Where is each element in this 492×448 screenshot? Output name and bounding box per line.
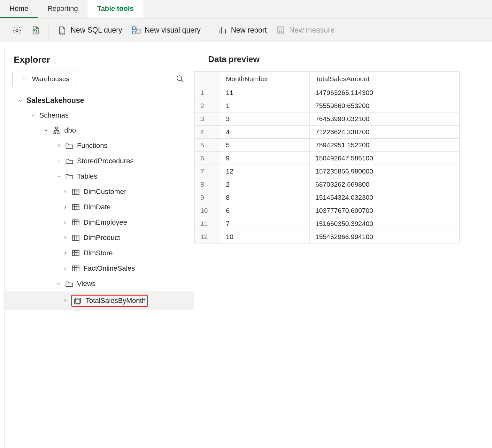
row-number-cell[interactable]: 9	[195, 191, 220, 204]
row-number-cell[interactable]: 4	[195, 126, 220, 139]
chevron-down-icon	[55, 174, 62, 179]
new-visual-query-button[interactable]: New visual query	[127, 24, 205, 37]
new-report-button[interactable]: New report	[213, 24, 271, 37]
add-warehouses-label: Warehouses	[32, 75, 69, 83]
tab-reporting[interactable]: Reporting	[38, 0, 88, 18]
cell-monthnumber[interactable]: 12	[220, 165, 310, 178]
cell-monthnumber[interactable]: 4	[220, 126, 310, 139]
tree-node-dimcustomer[interactable]: DimCustomer	[5, 184, 194, 199]
refresh-button[interactable]	[26, 24, 45, 37]
add-warehouses-button[interactable]: Warehouses	[12, 71, 76, 87]
row-number-cell[interactable]: 11	[195, 217, 220, 230]
tree-node-storedprocedures[interactable]: StoredProcedures	[5, 153, 194, 169]
tree-node-dimstore[interactable]: DimStore	[5, 245, 194, 261]
tree-node-saleslakehouse[interactable]: SalesLakehouse	[5, 93, 194, 108]
tree-label: DimStore	[83, 249, 113, 257]
cell-monthnumber[interactable]: 1	[220, 99, 310, 112]
toolbar: SQL New SQL query New visual query New r…	[0, 19, 492, 42]
row-number-cell[interactable]: 5	[195, 139, 220, 152]
new-sql-query-button[interactable]: SQL New SQL query	[53, 24, 127, 37]
tree-node-dimproduct[interactable]: DimProduct	[5, 230, 194, 245]
cell-monthnumber[interactable]: 9	[220, 152, 310, 165]
row-number-cell[interactable]: 1	[195, 86, 220, 99]
cell-monthnumber[interactable]: 8	[220, 191, 310, 204]
tree-label: FactOnlineSales	[83, 264, 135, 273]
table-row[interactable]: 1210155452966.994100	[195, 230, 460, 243]
row-number-cell[interactable]: 10	[195, 204, 220, 217]
chevron-right-icon	[61, 220, 68, 225]
cell-monthnumber[interactable]: 11	[220, 86, 310, 99]
cell-totalsalesamount[interactable]: 151660350.392400	[310, 217, 460, 230]
table-icon	[71, 218, 80, 227]
cell-totalsalesamount[interactable]: 75942951.152200	[310, 139, 460, 152]
cell-totalsalesamount[interactable]: 71226624.338700	[310, 126, 460, 139]
svg-point-10	[281, 32, 282, 33]
search-button[interactable]	[174, 73, 186, 85]
svg-point-0	[16, 29, 18, 32]
annotation-highlight: TotalSalesByMonth	[71, 295, 148, 307]
folder-icon	[65, 157, 74, 166]
tree-label: DimCustomer	[83, 188, 126, 196]
row-number-cell[interactable]: 12	[195, 230, 220, 243]
column-header-monthnumber[interactable]: MonthNumber	[220, 72, 310, 86]
cell-monthnumber[interactable]: 10	[220, 230, 310, 243]
plus-icon	[19, 74, 29, 84]
cell-totalsalesamount[interactable]: 157235856.980000	[310, 165, 460, 178]
settings-button[interactable]	[8, 24, 26, 37]
folder-icon	[65, 141, 74, 150]
cell-totalsalesamount[interactable]: 155452966.994100	[310, 230, 460, 243]
cell-totalsalesamount[interactable]: 147963265.114300	[310, 86, 460, 99]
tree-node-dimemployee[interactable]: DimEmployee	[5, 215, 194, 230]
tab-home[interactable]: Home	[0, 0, 38, 18]
cell-monthnumber[interactable]: 6	[220, 204, 310, 217]
table-row[interactable]: 712157235856.980000	[195, 165, 460, 178]
cell-monthnumber[interactable]: 2	[220, 178, 310, 191]
cell-monthnumber[interactable]: 7	[220, 217, 310, 230]
tree-node-factonlinesales[interactable]: FactOnlineSales	[5, 261, 194, 276]
row-number-cell[interactable]: 2	[195, 99, 220, 112]
explorer-panel: Explorer Warehouses SalesLakehouse	[4, 47, 194, 448]
table-row[interactable]: 111147963265.114300	[195, 86, 460, 99]
row-number-header[interactable]	[195, 72, 220, 86]
chevron-right-icon	[61, 298, 68, 304]
table-row[interactable]: 98151454324.032300	[195, 191, 460, 204]
tree-node-dbo[interactable]: dbo	[5, 123, 194, 138]
cell-totalsalesamount[interactable]: 150492647.586100	[310, 152, 460, 165]
svg-rect-3	[132, 31, 135, 34]
table-row[interactable]: 4471226624.338700	[195, 126, 460, 139]
row-number-cell[interactable]: 7	[195, 165, 220, 178]
row-number-cell[interactable]: 8	[195, 178, 220, 191]
cell-monthnumber[interactable]: 5	[220, 139, 310, 152]
cell-totalsalesamount[interactable]: 151454324.032300	[310, 191, 460, 204]
table-row[interactable]: 69150492647.586100	[195, 152, 460, 165]
tree-label: Views	[77, 280, 96, 288]
cell-totalsalesamount[interactable]: 68703262.669800	[310, 178, 460, 191]
row-number-cell[interactable]: 3	[195, 112, 220, 126]
cell-totalsalesamount[interactable]: 76453990.032100	[310, 112, 460, 126]
table-row[interactable]: 3376453990.032100	[195, 112, 460, 126]
cell-monthnumber[interactable]: 3	[220, 112, 310, 126]
table-icon	[71, 264, 80, 273]
cell-totalsalesamount[interactable]: 103777670.600700	[310, 204, 460, 217]
table-row[interactable]: 2175559860.653200	[195, 99, 460, 112]
row-number-cell[interactable]: 6	[195, 152, 220, 165]
tree-label: Functions	[77, 142, 107, 150]
tree-node-totalsalesbymonth[interactable]: TotalSalesByMonth	[5, 291, 194, 310]
table-row[interactable]: 5575942951.152200	[195, 139, 460, 152]
tree-node-views[interactable]: Views	[5, 276, 194, 291]
svg-rect-14	[58, 132, 60, 134]
table-row[interactable]: 117151660350.392400	[195, 217, 460, 230]
folder-icon	[65, 279, 74, 288]
cell-totalsalesamount[interactable]: 75559860.653200	[310, 99, 460, 112]
tree-node-functions[interactable]: Functions	[5, 138, 194, 153]
gear-icon	[12, 26, 22, 35]
svg-rect-16	[73, 205, 79, 210]
column-header-totalsalesamount[interactable]: TotalSalesAmount	[310, 72, 460, 86]
tree-node-tables[interactable]: Tables	[5, 169, 194, 184]
chevron-right-icon	[61, 189, 68, 195]
table-row[interactable]: 106103777670.600700	[195, 204, 460, 217]
tree-node-dimdate[interactable]: DimDate	[5, 199, 194, 215]
table-row[interactable]: 8268703262.669800	[195, 178, 460, 191]
tree-node-schemas[interactable]: Schemas	[5, 108, 194, 123]
tab-table-tools[interactable]: Table tools	[88, 0, 143, 18]
